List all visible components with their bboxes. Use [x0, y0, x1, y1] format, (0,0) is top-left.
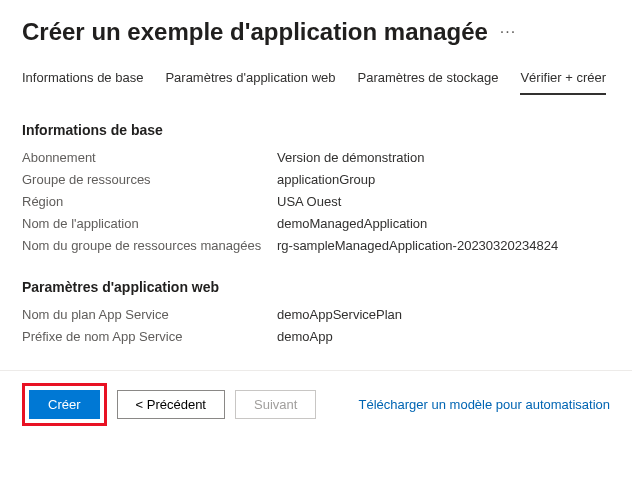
section-web-title: Paramètres d'application web	[22, 279, 610, 295]
label-resource-group: Groupe de ressources	[22, 172, 277, 187]
tab-basics[interactable]: Informations de base	[22, 64, 143, 95]
row-subscription: Abonnement Version de démonstration	[22, 150, 610, 165]
value-plan-name: demoAppServicePlan	[277, 307, 402, 322]
previous-button[interactable]: < Précédent	[117, 390, 225, 419]
label-managed-rg-name: Nom du groupe de ressources managées	[22, 238, 277, 253]
download-template-link[interactable]: Télécharger un modèle pour automatisatio…	[359, 397, 610, 412]
label-subscription: Abonnement	[22, 150, 277, 165]
value-region: USA Ouest	[277, 194, 341, 209]
section-basics: Informations de base Abonnement Version …	[22, 122, 610, 253]
row-resource-group: Groupe de ressources applicationGroup	[22, 172, 610, 187]
value-app-name: demoManagedApplication	[277, 216, 427, 231]
row-managed-rg-name: Nom du groupe de ressources managées rg-…	[22, 238, 610, 253]
page-title: Créer un exemple d'application managée	[22, 18, 488, 46]
label-app-name: Nom de l'application	[22, 216, 277, 231]
tab-review-create[interactable]: Vérifier + créer	[520, 64, 606, 95]
value-managed-rg-name: rg-sampleManagedApplication-202303202348…	[277, 238, 558, 253]
row-plan-name: Nom du plan App Service demoAppServicePl…	[22, 307, 610, 322]
label-plan-name: Nom du plan App Service	[22, 307, 277, 322]
more-icon[interactable]: ···	[500, 23, 516, 41]
section-web: Paramètres d'application web Nom du plan…	[22, 279, 610, 344]
label-prefix: Préfixe de nom App Service	[22, 329, 277, 344]
value-prefix: demoApp	[277, 329, 333, 344]
next-button: Suivant	[235, 390, 316, 419]
tab-storage-settings[interactable]: Paramètres de stockage	[358, 64, 499, 95]
section-basics-title: Informations de base	[22, 122, 610, 138]
footer-bar: Créer < Précédent Suivant Télécharger un…	[0, 370, 632, 442]
label-region: Région	[22, 194, 277, 209]
tab-strip: Informations de base Paramètres d'applic…	[22, 64, 610, 96]
row-app-name: Nom de l'application demoManagedApplicat…	[22, 216, 610, 231]
row-prefix: Préfixe de nom App Service demoApp	[22, 329, 610, 344]
value-resource-group: applicationGroup	[277, 172, 375, 187]
create-highlight: Créer	[22, 383, 107, 426]
value-subscription: Version de démonstration	[277, 150, 424, 165]
tab-web-app-settings[interactable]: Paramètres d'application web	[165, 64, 335, 95]
row-region: Région USA Ouest	[22, 194, 610, 209]
create-button[interactable]: Créer	[29, 390, 100, 419]
